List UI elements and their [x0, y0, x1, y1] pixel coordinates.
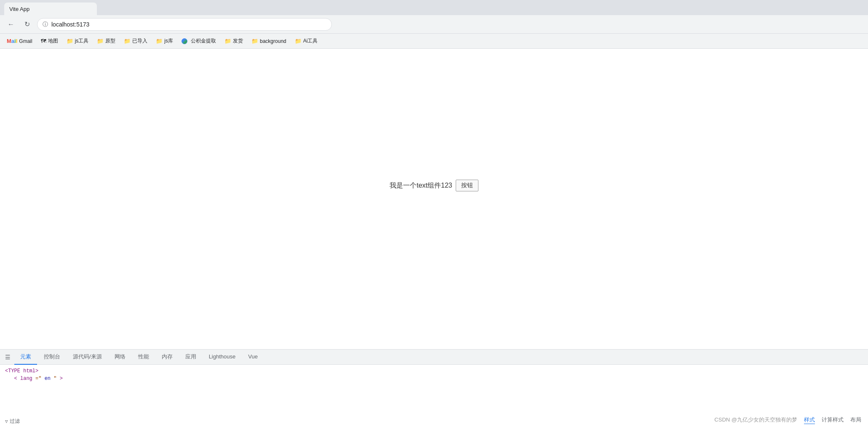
- folder-icon: 📁: [124, 38, 131, 44]
- devtools-tab-sources[interactable]: 源代码/来源: [67, 350, 108, 365]
- html-line-2: < lang =" en " >: [5, 376, 863, 382]
- devtools-content: <TYPE html> < lang =" en " > CSDN @九亿少女的…: [0, 365, 868, 427]
- gmail-icon: Mail: [7, 38, 17, 44]
- folder-icon: 📁: [251, 38, 258, 44]
- bookmark-label: background: [260, 38, 286, 44]
- folder-icon: 📁: [156, 38, 163, 44]
- bookmark-label: 公积金提取: [191, 37, 216, 45]
- devtools-tab-elements[interactable]: 元素: [14, 350, 37, 365]
- bookmark-label: Gmail: [19, 38, 32, 44]
- bookmarks-bar: Mail Gmail 🗺 地图 📁 js工具 📁 原型 📁 已导入 📁 js库 …: [0, 34, 868, 49]
- folder-icon: 📁: [295, 38, 302, 44]
- address-bar[interactable]: ⓘ localhost:5173: [37, 18, 332, 31]
- bookmark-label: js库: [164, 37, 173, 45]
- page-center-content: 我是一个text组件123 按钮: [390, 180, 478, 191]
- bookmark-label: 原型: [105, 37, 115, 45]
- watermark-text: CSDN @九亿少女的天空独有的梦: [714, 416, 797, 424]
- bookmark-background[interactable]: 📁 background: [248, 36, 290, 46]
- bookmark-imported[interactable]: 📁 已导入: [120, 36, 151, 46]
- layout-label[interactable]: 布局: [850, 416, 861, 424]
- tab-bar: Vite App: [0, 0, 868, 15]
- bookmark-gmail[interactable]: Mail Gmail: [3, 36, 36, 46]
- filter-row: ▽ 过滤: [5, 418, 20, 425]
- lock-icon: ⓘ: [43, 21, 48, 28]
- folder-icon: 📁: [224, 38, 231, 44]
- devtools-tab-performance[interactable]: 性能: [132, 350, 155, 365]
- address-text: localhost:5173: [51, 21, 89, 28]
- back-button[interactable]: ←: [5, 19, 17, 30]
- bookmark-label: 已导入: [132, 37, 147, 45]
- devtools-menu-icon[interactable]: ☰: [2, 351, 13, 363]
- globe-icon: [182, 38, 187, 44]
- devtools-bottom-right: CSDN @九亿少女的天空独有的梦 样式 计算样式 布局: [714, 416, 861, 424]
- bookmark-js-lib[interactable]: 📁 js库: [152, 36, 176, 46]
- filter-label: 过滤: [10, 418, 20, 425]
- folder-icon: 📁: [67, 38, 73, 44]
- active-tab[interactable]: Vite App: [4, 3, 97, 15]
- computed-label[interactable]: 计算样式: [822, 416, 844, 424]
- bookmark-js-tools[interactable]: 📁 js工具: [63, 36, 92, 46]
- devtools-panel: ☰ 元素 控制台 源代码/来源 网络 性能 内存 应用 Lighthouse V…: [0, 349, 868, 427]
- styles-label[interactable]: 样式: [804, 416, 815, 424]
- address-bar-row: ← ↻ ⓘ localhost:5173: [0, 15, 868, 34]
- filter-icon: ▽: [5, 419, 8, 424]
- bookmark-maps[interactable]: 🗺 地图: [37, 36, 61, 46]
- refresh-button[interactable]: ↻: [21, 19, 33, 30]
- bookmark-label: 发货: [233, 37, 243, 45]
- page-content: 我是一个text组件123 按钮: [0, 49, 868, 322]
- devtools-tab-network[interactable]: 网络: [109, 350, 131, 365]
- devtools-tab-memory[interactable]: 内存: [156, 350, 179, 365]
- browser-chrome: Vite App ← ↻ ⓘ localhost:5173 Mail Gmail…: [0, 0, 868, 49]
- bookmark-housing-fund[interactable]: 公积金提取: [178, 36, 219, 46]
- text-component: 我是一个text组件123: [390, 181, 452, 190]
- devtools-tab-console[interactable]: 控制台: [38, 350, 66, 365]
- bookmark-label: Ai工具: [303, 37, 318, 45]
- bookmark-label: 地图: [48, 37, 58, 45]
- tab-title: Vite App: [9, 6, 29, 12]
- bookmark-shipping[interactable]: 📁 发货: [221, 36, 246, 46]
- html-line-1: <TYPE html>: [5, 368, 863, 374]
- bookmark-ai-tools[interactable]: 📁 Ai工具: [291, 36, 321, 46]
- devtools-tabs: ☰ 元素 控制台 源代码/来源 网络 性能 内存 应用 Lighthouse V…: [0, 350, 868, 365]
- page-button[interactable]: 按钮: [456, 180, 478, 191]
- folder-icon: 📁: [97, 38, 104, 44]
- devtools-tab-vue[interactable]: Vue: [242, 350, 264, 365]
- map-icon: 🗺: [41, 38, 46, 44]
- devtools-tab-lighthouse[interactable]: Lighthouse: [203, 350, 242, 365]
- bookmark-label: js工具: [75, 37, 89, 45]
- bookmark-prototype[interactable]: 📁 原型: [93, 36, 119, 46]
- devtools-tab-application[interactable]: 应用: [179, 350, 202, 365]
